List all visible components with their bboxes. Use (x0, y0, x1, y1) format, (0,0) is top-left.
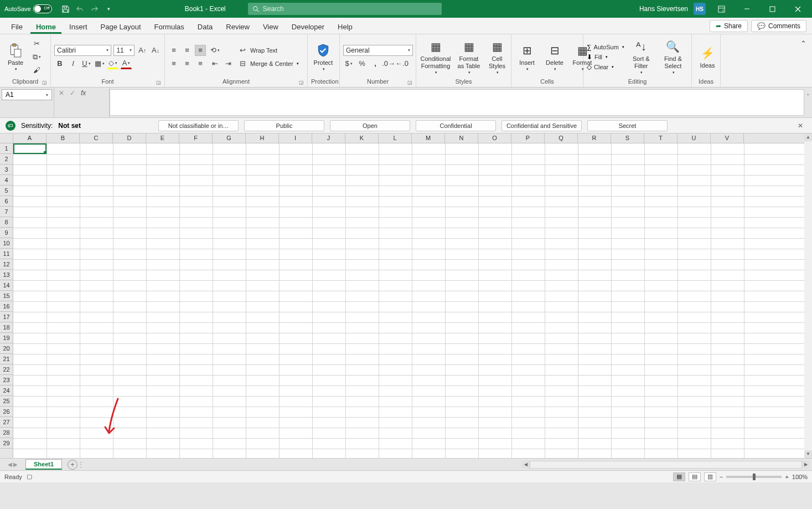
col-header-J[interactable]: J (312, 133, 345, 143)
share-button[interactable]: ➦Share (710, 20, 748, 32)
row-header-27[interactable]: 27 (0, 417, 13, 428)
select-all-corner[interactable] (0, 133, 13, 143)
number-launcher-icon[interactable]: ◲ (407, 80, 412, 85)
row-header-17[interactable]: 17 (0, 312, 13, 322)
format-painter-icon[interactable]: 🖌 (31, 65, 42, 76)
tab-insert[interactable]: Insert (64, 20, 93, 34)
tab-help[interactable]: Help (332, 20, 358, 34)
row-headers[interactable]: 1234567891011121314151617181920212223242… (0, 143, 13, 458)
row-header-4[interactable]: 4 (0, 175, 13, 186)
name-box[interactable]: A1▾ (2, 89, 52, 100)
col-header-S[interactable]: S (611, 133, 644, 143)
row-header-3[interactable]: 3 (0, 164, 13, 175)
scroll-down-icon[interactable]: ▼ (804, 450, 812, 458)
bold-button[interactable]: B (54, 58, 65, 69)
comma-icon[interactable]: , (370, 58, 381, 69)
sort-filter-button[interactable]: ᴬ↓Sort & Filter▾ (628, 39, 655, 74)
format-as-table-button[interactable]: ▦Format as Table▾ (455, 39, 483, 74)
search-box[interactable]: Search (248, 3, 442, 15)
row-header-9[interactable]: 9 (0, 228, 13, 238)
hscroll-right-icon[interactable]: ▶ (802, 461, 810, 469)
row-header-15[interactable]: 15 (0, 291, 13, 301)
column-headers[interactable]: ABCDEFGHIJKLMNOPQRSTUV (13, 133, 804, 143)
col-header-V[interactable]: V (711, 133, 744, 143)
user-avatar[interactable]: HS (694, 3, 706, 15)
add-sheet-button[interactable]: + (68, 460, 77, 470)
col-header-T[interactable]: T (644, 133, 677, 143)
col-header-D[interactable]: D (113, 133, 146, 143)
tab-file[interactable]: File (6, 20, 28, 34)
tab-developer[interactable]: Developer (286, 20, 330, 34)
row-header-16[interactable]: 16 (0, 301, 13, 312)
merge-center-button[interactable]: ⊟Merge & Center▾ (237, 58, 299, 69)
col-header-A[interactable]: A (13, 133, 46, 143)
user-name[interactable]: Hans Sievertsen (639, 5, 688, 13)
protect-button[interactable]: Protect▾ (311, 43, 335, 71)
zoom-out-icon[interactable]: − (720, 474, 723, 480)
col-header-K[interactable]: K (345, 133, 379, 143)
collapse-ribbon-icon[interactable]: ⌃ (798, 38, 809, 49)
row-header-20[interactable]: 20 (0, 343, 13, 354)
row-header-6[interactable]: 6 (0, 196, 13, 207)
fill-button[interactable]: ⬇Fill▾ (587, 53, 624, 61)
font-size-combo[interactable]: 11▾ (113, 45, 135, 56)
sensitivity-close-icon[interactable]: ✕ (794, 122, 806, 130)
autosum-button[interactable]: ∑AutoSum▾ (587, 43, 624, 51)
page-break-view-icon[interactable]: ▥ (704, 472, 716, 481)
tab-home[interactable]: Home (30, 20, 61, 34)
paste-button[interactable]: Paste▾ (3, 43, 28, 71)
copy-icon[interactable]: ⧉▾ (31, 52, 42, 63)
find-select-button[interactable]: 🔍Find & Select▾ (658, 39, 688, 74)
borders-icon[interactable]: ▦▾ (94, 58, 105, 69)
tab-scroll-left-icon[interactable]: ◀ (8, 461, 12, 467)
vertical-scrollbar[interactable]: ▲ ▼ (804, 133, 812, 458)
tab-review[interactable]: Review (220, 20, 255, 34)
font-launcher-icon[interactable]: ◲ (156, 80, 161, 85)
sens-chip-3[interactable]: Confidential (416, 120, 496, 131)
align-right-icon[interactable]: ≡ (195, 58, 206, 69)
increase-decimal-icon[interactable]: .0→ (383, 58, 394, 69)
minimize-icon[interactable] (737, 0, 757, 18)
tab-view[interactable]: View (257, 20, 284, 34)
clipboard-launcher-icon[interactable]: ◲ (42, 80, 47, 85)
col-header-O[interactable]: O (478, 133, 511, 143)
col-header-U[interactable]: U (677, 133, 711, 143)
comments-button[interactable]: 💬Comments (751, 20, 806, 32)
row-header-29[interactable]: 29 (0, 438, 13, 449)
qat-customize-icon[interactable]: ▾ (104, 4, 114, 14)
maximize-icon[interactable] (762, 0, 782, 18)
col-header-G[interactable]: G (213, 133, 246, 143)
align-bottom-icon[interactable]: ≡ (195, 45, 206, 56)
row-header-8[interactable]: 8 (0, 217, 13, 228)
zoom-in-icon[interactable]: + (785, 474, 788, 480)
delete-cells-button[interactable]: ⊟Delete▾ (542, 43, 567, 71)
expand-formula-bar-icon[interactable]: ⌄ (806, 91, 810, 96)
row-header-22[interactable]: 22 (0, 364, 13, 375)
tab-page-layout[interactable]: Page Layout (95, 20, 147, 34)
scroll-up-icon[interactable]: ▲ (804, 133, 812, 141)
row-header-14[interactable]: 14 (0, 280, 13, 291)
worksheet-grid[interactable]: ABCDEFGHIJKLMNOPQRSTUV 12345678910111213… (0, 133, 812, 458)
col-header-I[interactable]: I (279, 133, 312, 143)
insert-cells-button[interactable]: ⊞Insert▾ (515, 43, 539, 71)
fill-color-icon[interactable]: ◇▾ (107, 58, 118, 69)
decrease-font-icon[interactable]: A↓ (150, 45, 161, 56)
align-top-icon[interactable]: ≡ (168, 45, 179, 56)
row-header-12[interactable]: 12 (0, 259, 13, 270)
autosave-toggle[interactable]: Off (33, 4, 52, 13)
decrease-decimal-icon[interactable]: ←.0 (396, 58, 407, 69)
col-header-E[interactable]: E (146, 133, 179, 143)
col-header-B[interactable]: B (46, 133, 80, 143)
col-header-P[interactable]: P (511, 133, 545, 143)
cells-area[interactable] (13, 143, 804, 458)
sens-chip-5[interactable]: Secret (587, 120, 668, 131)
align-middle-icon[interactable]: ≡ (182, 45, 193, 56)
row-header-7[interactable]: 7 (0, 207, 13, 217)
col-header-M[interactable]: M (412, 133, 445, 143)
font-name-combo[interactable]: Calibri▾ (54, 45, 111, 56)
col-header-Q[interactable]: Q (545, 133, 578, 143)
undo-icon[interactable] (75, 4, 85, 14)
sens-chip-1[interactable]: Public (244, 120, 324, 131)
formula-input[interactable]: ⌄ (110, 89, 804, 116)
fx-icon[interactable]: fx (81, 89, 86, 97)
